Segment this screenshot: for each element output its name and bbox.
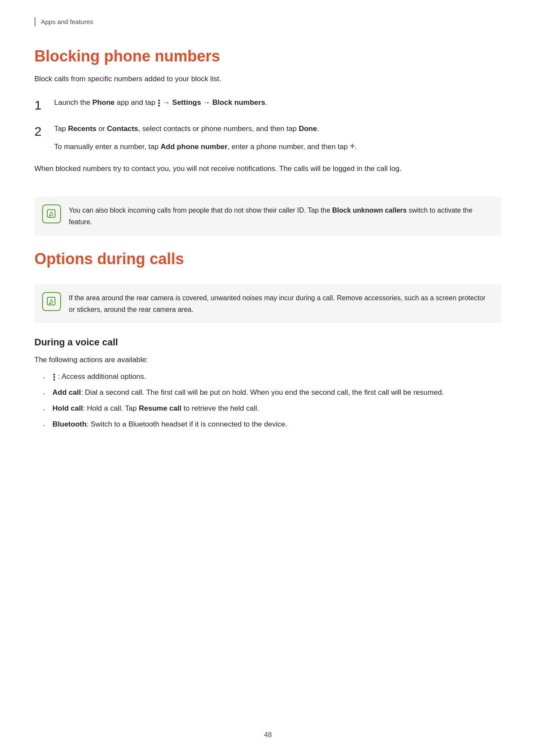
bullet3-bold: Hold call — [52, 404, 83, 412]
step1-bold2: Settings — [172, 98, 201, 107]
blocking-intro: Block calls from specific numbers added … — [34, 73, 502, 85]
blocked-warning: When blocked numbers try to contact you,… — [34, 163, 502, 175]
three-dots-icon — [157, 98, 163, 107]
page-number: 48 — [0, 731, 536, 739]
note-icon-camera — [42, 292, 61, 311]
step-1-number: 1 — [34, 97, 46, 113]
three-dots-icon-2 — [53, 374, 55, 381]
bullet-dot: · — [43, 403, 48, 415]
note-box-blocking: You can also block incoming calls from p… — [34, 197, 502, 235]
bullet-dot: · — [43, 419, 48, 431]
bullet-1-text: : Access additional options. — [52, 371, 146, 383]
svg-rect-1 — [47, 297, 55, 305]
step-2-number: 2 — [34, 123, 46, 140]
note-icon-blocking — [42, 204, 61, 223]
step2-bold3: Done — [299, 125, 317, 133]
step2-bold2: Contacts — [107, 125, 138, 133]
bullet-2-text: Add call: Dial a second call. The first … — [52, 387, 444, 399]
step2-sub-bold: Add phone number — [161, 143, 228, 151]
bullet-3-text: Hold call: Hold a call. Tap Resume call … — [52, 402, 259, 415]
breadcrumb: Apps and features — [34, 17, 502, 26]
step2-bold1: Recents — [68, 125, 96, 133]
bullet4-bold: Bluetooth — [52, 420, 86, 428]
bullet-dot: · — [43, 371, 48, 383]
voice-call-list: · : Access additional options. · Add cal… — [43, 371, 502, 434]
bullet-4-text: Bluetooth: Switch to a Bluetooth headset… — [52, 418, 287, 431]
voice-call-intro: The following actions are available: — [34, 354, 502, 366]
pencil-note-icon — [46, 208, 57, 219]
camera-note-text: If the area around the rear camera is co… — [69, 292, 492, 315]
list-item: · Bluetooth: Switch to a Bluetooth heads… — [43, 418, 502, 431]
voice-call-subtitle: During a voice call — [34, 337, 502, 348]
note-text-blocking: You can also block incoming calls from p… — [69, 204, 492, 228]
page-container: Apps and features Blocking phone numbers… — [0, 0, 536, 756]
blocking-section-title: Blocking phone numbers — [34, 47, 502, 65]
step2-sub-note: To manually enter a number, tap Add phon… — [54, 139, 502, 153]
bullet-dot: · — [43, 387, 48, 399]
svg-rect-0 — [47, 210, 55, 217]
options-section-title: Options during calls — [34, 250, 502, 268]
step-2-content: Tap Recents or Contacts, select contacts… — [54, 123, 502, 153]
plus-icon: + — [350, 139, 355, 153]
step-1-row: 1 Launch the Phone app and tap → Setting… — [34, 97, 502, 113]
list-item: · : Access additional options. — [43, 371, 502, 383]
list-item: · Hold call: Hold a call. Tap Resume cal… — [43, 402, 502, 415]
bullet3-bold2: Resume call — [139, 404, 181, 412]
note-box-camera: If the area around the rear camera is co… — [34, 284, 502, 323]
pencil-note-icon-2 — [46, 296, 57, 307]
bullet2-bold: Add call — [52, 388, 81, 396]
step1-bold3: Block numbers — [212, 98, 265, 107]
step1-bold1: Phone — [92, 98, 115, 107]
note-bold: Block unknown callers — [332, 207, 407, 214]
step-2-row: 2 Tap Recents or Contacts, select contac… — [34, 123, 502, 153]
step-1-content: Launch the Phone app and tap → Settings … — [54, 97, 502, 109]
list-item: · Add call: Dial a second call. The firs… — [43, 387, 502, 399]
